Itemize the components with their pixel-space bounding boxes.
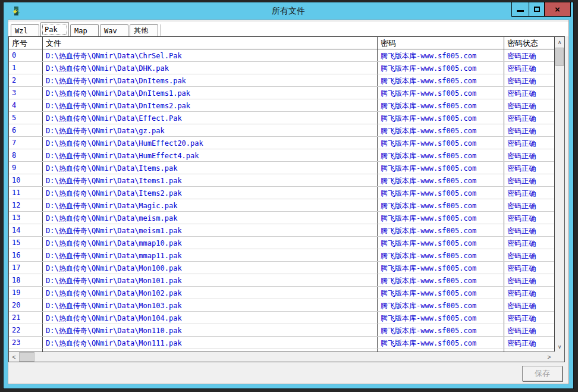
cell-no: 3	[9, 87, 43, 99]
cell-password: 腾飞版本库-www.sf005.com	[378, 137, 504, 149]
cell-status: 密码正确	[504, 199, 554, 211]
cell-file: D:\热血传奇\QNmir\Data\Mon102.pak	[43, 287, 378, 299]
column-header-password[interactable]: 密码	[378, 37, 504, 49]
maximize-button[interactable]	[529, 2, 545, 17]
cell-status: 密码正确	[504, 287, 554, 299]
cell-status: 密码正确	[504, 62, 554, 74]
save-button[interactable]: 保存	[522, 366, 563, 381]
cell-status: 密码正确	[504, 74, 554, 86]
vertical-scrollbar[interactable]: ∧ ∨	[554, 37, 564, 352]
table-row[interactable]: 12D:\热血传奇\QNmir\Data\Magic.pak腾飞版本库-www.…	[9, 199, 554, 212]
cell-no: 9	[9, 162, 43, 174]
desktop-background: 所有文件 × WzlPakMapWav其他 序号 文件	[0, 0, 578, 392]
table-row[interactable]: 0D:\热血传奇\QNmir\Data\ChrSel.Pak腾飞版本库-www.…	[9, 49, 554, 62]
table-row[interactable]: 22D:\热血传奇\QNmir\Data\Mon110.pak腾飞版本库-www…	[9, 324, 554, 337]
cell-no: 14	[9, 224, 43, 236]
cell-password: 腾飞版本库-www.sf005.com	[378, 124, 504, 136]
cell-status: 密码正确	[504, 312, 554, 324]
cell-file: D:\热血传奇\QNmir\Data\Mon104.pak	[43, 312, 378, 324]
cell-file: D:\热血传奇\QNmir\Data\Mon111.pak	[43, 337, 378, 349]
vertical-scroll-thumb[interactable]	[555, 48, 564, 66]
cell-file: D:\热血传奇\QNmir\Data\HumEffect4.pak	[43, 149, 378, 161]
table-row[interactable]: 17D:\热血传奇\QNmir\Data\Mon100.pak腾飞版本库-www…	[9, 262, 554, 274]
tab-Wzl[interactable]: Wzl	[11, 24, 39, 36]
cell-file: D:\热血传奇\QNmir\Data\DnItems2.pak	[43, 99, 378, 111]
cell-file: D:\热血传奇\QNmir\Data\Items1.pak	[43, 174, 378, 186]
cell-file: D:\热血传奇\QNmir\Data\mmap10.pak	[43, 237, 378, 249]
scroll-up-icon[interactable]: ∧	[555, 37, 564, 47]
cell-file: D:\热血传奇\QNmir\Data\mmap11.pak	[43, 249, 378, 261]
table-row[interactable]: 16D:\热血传奇\QNmir\Data\mmap11.pak腾飞版本库-www…	[9, 249, 554, 262]
close-icon: ×	[555, 4, 560, 14]
cell-status: 密码正确	[504, 137, 554, 149]
tab-strip-divider	[161, 24, 161, 36]
table-row[interactable]: 18D:\热血传奇\QNmir\Data\Mon101.pak腾飞版本库-www…	[9, 274, 554, 287]
table-row[interactable]: 3D:\热血传奇\QNmir\Data\DnItems1.pak腾飞版本库-ww…	[9, 87, 554, 99]
close-button[interactable]: ×	[544, 2, 571, 17]
cell-password: 腾飞版本库-www.sf005.com	[378, 249, 504, 261]
table-body: 0D:\热血传奇\QNmir\Data\ChrSel.Pak腾飞版本库-www.…	[9, 49, 554, 352]
cell-password: 腾飞版本库-www.sf005.com	[378, 337, 504, 349]
table-row[interactable]: 19D:\热血传奇\QNmir\Data\Mon102.pak腾飞版本库-www…	[9, 287, 554, 299]
horizontal-scroll-thumb[interactable]	[19, 352, 34, 362]
horizontal-scrollbar[interactable]: < >	[9, 352, 554, 362]
table-row[interactable]: 21D:\热血传奇\QNmir\Data\Mon104.pak腾飞版本库-www…	[9, 312, 554, 324]
app-window: 所有文件 × WzlPakMapWav其他 序号 文件	[3, 2, 574, 389]
cell-no: 13	[9, 212, 43, 224]
table-row[interactable]: 20D:\热血传奇\QNmir\Data\Mon103.pak腾飞版本库-www…	[9, 299, 554, 312]
cell-file: D:\热血传奇\QNmir\Data\Items.pak	[43, 162, 378, 174]
cell-no: 18	[9, 274, 43, 286]
cell-file: D:\热血传奇\QNmir\Data\Mon101.pak	[43, 274, 378, 286]
tab-其他[interactable]: 其他	[130, 24, 158, 36]
tab-Wav[interactable]: Wav	[100, 24, 128, 36]
cell-status: 密码正确	[504, 87, 554, 99]
cell-status: 密码正确	[504, 274, 554, 286]
cell-status: 密码正确	[504, 49, 554, 61]
cell-file: D:\热血传奇\QNmir\Data\DnItems.pak	[43, 74, 378, 86]
cell-no: 2	[9, 74, 43, 86]
cell-file: D:\热血传奇\QNmir\Data\Effect.Pak	[43, 112, 378, 124]
cell-status: 密码正确	[504, 237, 554, 249]
table-row[interactable]: 14D:\热血传奇\QNmir\Data\meism1.pak腾飞版本库-www…	[9, 224, 554, 237]
table-row[interactable]: 4D:\热血传奇\QNmir\Data\DnItems2.pak腾飞版本库-ww…	[9, 99, 554, 112]
table-row[interactable]: 9D:\热血传奇\QNmir\Data\Items.pak腾飞版本库-www.s…	[9, 162, 554, 174]
table-row[interactable]: 2D:\热血传奇\QNmir\Data\DnItems.pak腾飞版本库-www…	[9, 74, 554, 87]
table-row[interactable]: 5D:\热血传奇\QNmir\Data\Effect.Pak腾飞版本库-www.…	[9, 112, 554, 124]
scroll-left-icon[interactable]: <	[9, 352, 19, 362]
column-header-no[interactable]: 序号	[9, 37, 43, 49]
minimize-button[interactable]	[511, 2, 529, 17]
table-row[interactable]: 7D:\热血传奇\QNmir\Data\HumEffect20.pak腾飞版本库…	[9, 137, 554, 149]
cell-password: 腾飞版本库-www.sf005.com	[378, 262, 504, 274]
scroll-right-icon[interactable]: >	[544, 352, 554, 362]
window-controls: ×	[512, 2, 571, 17]
tab-Pak[interactable]: Pak	[40, 22, 69, 36]
cell-no: 17	[9, 262, 43, 274]
cell-status: 密码正确	[504, 174, 554, 186]
cell-password: 腾飞版本库-www.sf005.com	[378, 187, 504, 199]
cell-status: 密码正确	[504, 299, 554, 311]
cell-password: 腾飞版本库-www.sf005.com	[378, 62, 504, 74]
title-bar[interactable]: 所有文件 ×	[8, 2, 569, 20]
cell-file: D:\热血传奇\QNmir\Data\DnItems1.pak	[43, 87, 378, 99]
horizontal-scroll-track[interactable]	[34, 352, 544, 362]
tab-Map[interactable]: Map	[70, 24, 99, 36]
table-row[interactable]: 15D:\热血传奇\QNmir\Data\mmap10.pak腾飞版本库-www…	[9, 237, 554, 249]
table-row[interactable]: 8D:\热血传奇\QNmir\Data\HumEffect4.pak腾飞版本库-…	[9, 149, 554, 162]
cell-password: 腾飞版本库-www.sf005.com	[378, 299, 504, 311]
column-header-status[interactable]: 密码状态	[504, 37, 554, 49]
table-row[interactable]: 6D:\热血传奇\QNmir\Data\gz.pak腾飞版本库-www.sf00…	[9, 124, 554, 137]
table-row[interactable]: 23D:\热血传奇\QNmir\Data\Mon111.pak腾飞版本库-www…	[9, 337, 554, 349]
cell-no: 4	[9, 99, 43, 111]
cell-no: 19	[9, 287, 43, 299]
window-title: 所有文件	[8, 6, 569, 17]
cell-password: 腾飞版本库-www.sf005.com	[378, 149, 504, 161]
scroll-down-icon[interactable]: ∨	[555, 341, 564, 352]
table-row[interactable]: 1D:\热血传奇\QNmir\Data\DHK.pak腾飞版本库-www.sf0…	[9, 62, 554, 74]
cell-file: D:\热血传奇\QNmir\Data\meism1.pak	[43, 224, 378, 236]
column-header-file[interactable]: 文件	[43, 37, 378, 49]
cell-status: 密码正确	[504, 124, 554, 136]
table-row[interactable]: 13D:\热血传奇\QNmir\Data\meism.pak腾飞版本库-www.…	[9, 212, 554, 224]
table-row[interactable]: 11D:\热血传奇\QNmir\Data\Items2.pak腾飞版本库-www…	[9, 187, 554, 199]
maximize-icon	[534, 7, 540, 12]
table-row[interactable]: 10D:\热血传奇\QNmir\Data\Items1.pak腾飞版本库-www…	[9, 174, 554, 187]
